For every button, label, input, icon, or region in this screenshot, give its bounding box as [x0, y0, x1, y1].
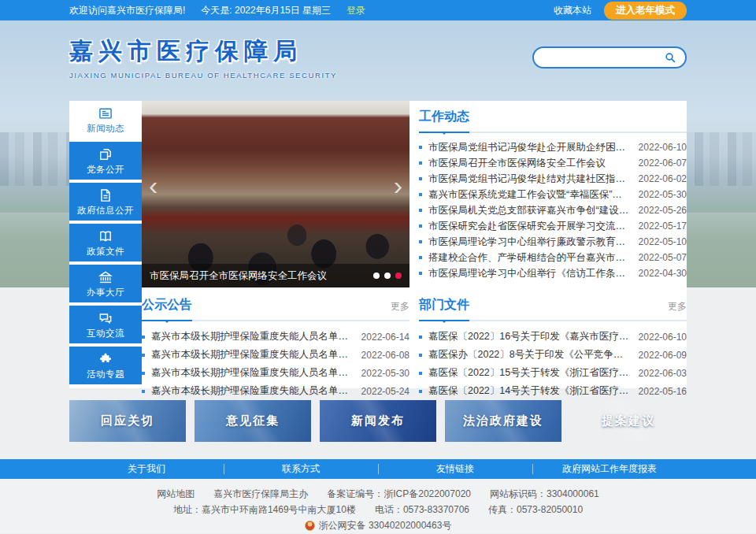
bullet-icon — [419, 372, 422, 375]
notice-item[interactable]: 嘉兴市本级长期护理保险重度失能人员名单公示（2... 2022-06-14 — [142, 328, 410, 346]
section-dept-files: 部门文件 更多 嘉医保〔2022〕16号关于印发《嘉兴市医疗保... 2022-… — [419, 297, 687, 400]
notice-item[interactable]: 嘉兴市本级长期护理保险重度失能人员名单公示（2... 2022-06-08 — [142, 346, 410, 364]
carousel-dot[interactable] — [395, 273, 402, 279]
sidebar-item[interactable]: 办事大厅 — [69, 265, 142, 302]
news-item[interactable]: 嘉兴市医保系统党建工作会议暨“幸福医保”党建联... 2022-05-30 — [419, 187, 687, 202]
news-carousel[interactable]: 市医保局召开全市医保网络安全工作会议 — [142, 101, 410, 287]
quick-link-banner[interactable]: 新闻发布 — [320, 400, 436, 442]
login-link[interactable]: 登录 — [346, 4, 365, 17]
sidebar-item-label: 党务公开 — [87, 164, 124, 176]
section-work-news: 工作动态 市医保局党组书记冯俊华赴企开展助企纾困活动 2022-06-10 — [419, 101, 687, 287]
bullet-icon — [419, 146, 422, 149]
dept-file-item[interactable]: 嘉医保〔2022〕16号关于印发《嘉兴市医疗保... 2022-06-10 — [419, 328, 687, 346]
news-item-title: 市医保研究会赴省医保研究会开展学习交流活动 — [428, 220, 631, 233]
news-item[interactable]: 市医保局召开全市医保网络安全工作会议 2022-06-07 — [419, 155, 687, 171]
bullet-icon — [419, 240, 422, 243]
site-title: 嘉兴市医疗保障局 — [69, 35, 337, 68]
chat-icon — [98, 310, 113, 326]
sidebar-item-label: 办事大厅 — [87, 287, 124, 299]
notice-item[interactable]: 嘉兴市本级长期护理保险重度失能人员名单公示（2... 2022-05-30 — [142, 364, 410, 382]
footer-nav-link[interactable]: 联系方式 — [224, 459, 378, 479]
news-item-date: 2022-06-07 — [639, 158, 687, 169]
footer-nav-link[interactable]: 关于我们 — [69, 459, 224, 479]
bullet-icon — [419, 336, 422, 339]
notices-more-link[interactable]: 更多 — [391, 300, 410, 320]
news-item[interactable]: 市医保局机关党总支部获评嘉兴市争创“建设清廉机... 2022-05-26 — [419, 202, 687, 218]
news-item-title: 市医保局党组书记冯俊华赴结对共建社区指导全国文... — [428, 172, 631, 186]
news-item[interactable]: 市医保局党组书记冯俊华赴结对共建社区指导全国文... 2022-06-02 — [419, 171, 687, 187]
footer-nav-link[interactable]: 友情链接 — [378, 459, 532, 479]
footer-info: 网站地图嘉兴市医疗保障局主办备案证编号：浙ICP备2022007020网站标识码… — [0, 479, 756, 533]
bullet-icon — [419, 272, 422, 275]
carousel-dot[interactable] — [384, 273, 391, 279]
footer-text: 嘉兴市医疗保障局主办 — [213, 486, 308, 502]
dept-files-more-link[interactable]: 更多 — [668, 300, 687, 320]
dept-file-item-date: 2022-06-03 — [639, 368, 687, 379]
search-icon[interactable] — [664, 51, 676, 64]
dept-files-list: 嘉医保〔2022〕16号关于印发《嘉兴市医疗保... 2022-06-10 嘉医… — [419, 328, 687, 400]
dept-file-item[interactable]: 嘉医保办〔2022〕8号关于印发《公平竞争审查... 2022-06-09 — [419, 346, 687, 364]
sidebar-item[interactable]: 活动专题 — [69, 347, 142, 384]
bullet-icon — [419, 161, 422, 165]
site-logo[interactable]: 嘉兴市医疗保障局 JIAXING MUNICIPAL BUREAU OF HEA… — [69, 35, 337, 80]
sidebar-nav: 新闻动态 党务公开 政府信息公开 政策文件 — [69, 101, 142, 388]
favorite-site-link[interactable]: 收藏本站 — [554, 4, 591, 17]
news-item-date: 2022-05-17 — [639, 221, 687, 232]
elder-mode-button[interactable]: 进入老年模式 — [604, 2, 687, 20]
banner-label: 回应关切 — [101, 413, 154, 428]
quick-link-banner[interactable]: 法治政府建设 — [445, 400, 561, 442]
news-item[interactable]: 市医保局理论学习中心组举行廉政警示教育专题学习... 2022-05-10 — [419, 234, 687, 250]
bank-icon — [98, 269, 113, 285]
document-icon — [98, 187, 113, 203]
footer-text: 网站地图 — [157, 486, 195, 502]
dept-file-item-title: 嘉医保〔2022〕16号关于印发《嘉兴市医疗保... — [428, 330, 631, 343]
notice-item-title: 嘉兴市本级长期护理保险重度失能人员名单公示（2... — [151, 384, 354, 398]
dept-file-item[interactable]: 嘉医保〔2022〕14号关于转发《浙江省医疗保... 2022-05-16 — [419, 382, 687, 400]
news-item-date: 2022-06-10 — [639, 142, 687, 153]
quick-link-banner[interactable]: 意见征集 — [195, 400, 311, 442]
work-news-title[interactable]: 工作动态 — [419, 109, 469, 133]
news-item-title: 市医保局机关党总支部获评嘉兴市争创“建设清廉机... — [428, 204, 631, 217]
carousel-dot[interactable] — [373, 273, 380, 279]
sidebar-item[interactable]: 政策文件 — [69, 224, 142, 261]
carousel-caption[interactable]: 市医保局召开全市医保网络安全工作会议 — [150, 269, 367, 283]
quick-link-banner[interactable]: 提案建议 — [570, 400, 687, 442]
sidebar-item[interactable]: 党务公开 — [69, 142, 142, 180]
search-box[interactable] — [532, 46, 687, 69]
sidebar-item[interactable]: 互动交流 — [69, 306, 142, 343]
news-item-date: 2022-05-26 — [639, 205, 687, 216]
news-item[interactable]: 搭建校企合作、产学研相结合的平台嘉兴市长期护理... 2022-05-07 — [419, 250, 687, 265]
notice-item-title: 嘉兴市本级长期护理保险重度失能人员名单公示（2... — [151, 330, 354, 343]
work-news-list: 市医保局党组书记冯俊华赴企开展助企纾困活动 2022-06-10 市医保局召开全… — [419, 139, 687, 281]
search-input[interactable] — [543, 52, 664, 63]
dept-file-item[interactable]: 嘉医保〔2022〕15号关于转发《浙江省医疗保... 2022-06-03 — [419, 364, 687, 382]
site-header: 嘉兴市医疗保障局 JIAXING MUNICIPAL BUREAU OF HEA… — [69, 20, 687, 95]
news-item-title: 嘉兴市医保系统党建工作会议暨“幸福医保”党建联... — [428, 188, 631, 202]
news-item-title: 市医保局党组书记冯俊华赴企开展助企纾困活动 — [428, 141, 631, 154]
sidebar-item[interactable]: 政府信息公开 — [69, 183, 142, 221]
dept-files-title[interactable]: 部门文件 — [419, 297, 469, 321]
notices-title[interactable]: 公示公告 — [142, 297, 192, 321]
news-item[interactable]: 市医保局理论学习中心组举行《信访工作条例》专题... 2022-04-30 — [419, 265, 687, 281]
bullet-icon — [142, 336, 145, 339]
sidebar-item-label: 活动专题 — [87, 369, 124, 380]
bullet-icon — [142, 390, 145, 393]
footer-nav-link[interactable]: 政府网站工作年度报表 — [532, 459, 687, 479]
footer-nav-bar: 关于我们联系方式友情链接政府网站工作年度报表 — [0, 459, 756, 479]
footer-line-1: 网站地图嘉兴市医疗保障局主办备案证编号：浙ICP备2022007020网站标识码… — [0, 486, 756, 502]
carousel-photo — [142, 101, 410, 287]
news-item[interactable]: 市医保局党组书记冯俊华赴企开展助企纾困活动 2022-06-10 — [419, 139, 687, 155]
notices-list: 嘉兴市本级长期护理保险重度失能人员名单公示（2... 2022-06-14 嘉兴… — [142, 328, 410, 400]
carousel-next-icon[interactable] — [394, 172, 402, 198]
bullet-icon — [142, 354, 145, 357]
news-item-title: 搭建校企合作、产学研相结合的平台嘉兴市长期护理... — [428, 251, 631, 265]
carousel-prev-icon[interactable] — [149, 172, 158, 198]
news-item-title: 市医保局召开全市医保网络安全工作会议 — [428, 157, 631, 170]
news-item[interactable]: 市医保研究会赴省医保研究会开展学习交流活动 2022-05-17 — [419, 218, 687, 234]
news-item-title: 市医保局理论学习中心组举行廉政警示教育专题学习... — [428, 235, 631, 249]
dept-file-item-title: 嘉医保办〔2022〕8号关于印发《公平竞争审查... — [428, 348, 631, 362]
quick-link-banner[interactable]: 回应关切 — [69, 400, 186, 442]
carousel-dots — [373, 273, 402, 279]
sidebar-item[interactable]: 新闻动态 — [69, 101, 142, 139]
notice-item[interactable]: 嘉兴市本级长期护理保险重度失能人员名单公示（2... 2022-05-24 — [142, 382, 410, 400]
